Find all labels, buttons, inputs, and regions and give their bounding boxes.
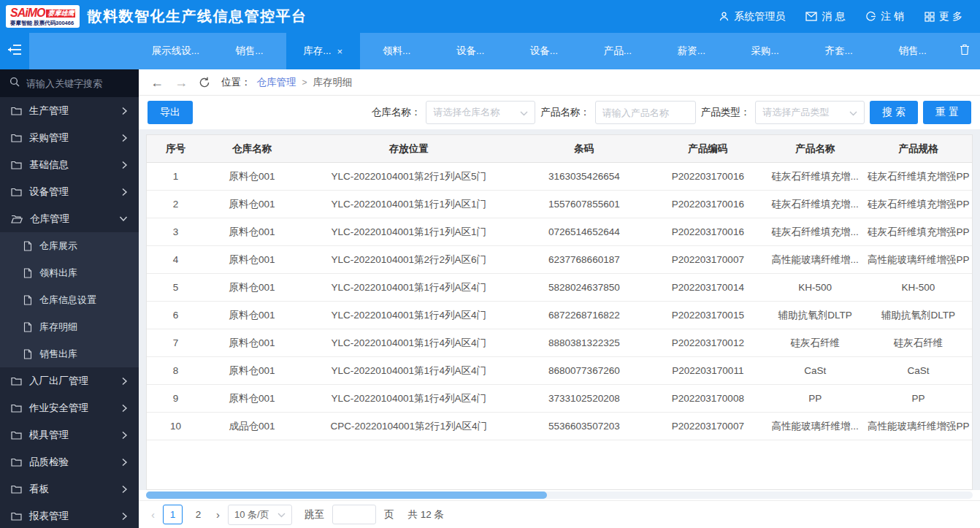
sidebar-item-1[interactable]: 采购管理 [0, 124, 139, 151]
table-row[interactable]: 6原料仓001YLC-20220104001第1行4列A区4门687226871… [147, 302, 972, 329]
table-row[interactable]: 5原料仓001YLC-20220104001第1行4列A区4门582802463… [147, 274, 972, 302]
refresh-icon[interactable] [199, 77, 210, 88]
warehouse-name-select[interactable]: 请选择仓库名称 [426, 101, 535, 124]
sidebar-subitem-4[interactable]: 销售出库 [0, 340, 139, 367]
table-row[interactable]: 3原料仓001YLC-20220104001第1行1列A区1门072651465… [147, 218, 972, 246]
logout-button[interactable]: 注 销 [865, 10, 904, 23]
export-button[interactable]: 导出 [148, 101, 193, 124]
tab-6[interactable]: 产品... [581, 33, 654, 69]
sidebar-item-2[interactable]: 基础信息 [0, 151, 139, 178]
scrollbar-track[interactable] [146, 491, 973, 499]
tab-label: 展示线设... [152, 45, 199, 58]
table-cell: P202203170016 [650, 226, 765, 237]
sidebar-subitem-3[interactable]: 库存明细 [0, 313, 139, 340]
sidebar-item-8[interactable]: 品质检验 [0, 448, 139, 475]
table-row[interactable]: 10成品仓001CPC-20220104001第2行1列A区4门55366035… [147, 413, 972, 440]
breadcrumb-bar: ← → 位置： 仓库管理 > 库存明细 [139, 69, 980, 96]
tab-close-icon[interactable]: × [337, 46, 343, 57]
breadcrumb-parent-link[interactable]: 仓库管理 [257, 76, 296, 89]
folder-open-icon [11, 215, 23, 223]
tab-5[interactable]: 设备... [508, 33, 581, 69]
sidebar-item-7[interactable]: 模具管理 [0, 421, 139, 448]
header-actions: 系统管理员 消 息 注 销 更 多 [719, 10, 980, 23]
column-header: 存放位置 [299, 142, 518, 156]
table-cell: P202203170015 [650, 310, 765, 321]
table-cell: 1 [147, 171, 204, 182]
table-row[interactable]: 8原料仓001YLC-20220104001第1行4列A区4门868007736… [147, 357, 972, 385]
sidebar-subitem-label: 销售出库 [39, 348, 77, 361]
folder-icon [11, 377, 22, 386]
chevron-right-icon [121, 107, 128, 115]
chevron-down-icon [119, 215, 128, 222]
sidebar-item-label: 模具管理 [29, 429, 69, 442]
table-cell: 高性能玻璃纤维增强PP [865, 253, 972, 267]
page-number-2[interactable]: 2 [188, 505, 208, 524]
pagination-bar: ‹ 12 › 10 条/页 跳至 页 共 12 条 [139, 500, 980, 528]
product-name-input[interactable] [595, 101, 696, 124]
back-icon[interactable]: ← [150, 76, 164, 89]
close-all-tabs-button[interactable] [949, 33, 980, 69]
table-cell: 辅助抗氧剂DLTP [865, 309, 972, 322]
tab-10[interactable]: 销售... [876, 33, 949, 69]
folder-icon [11, 512, 22, 521]
page-number-1[interactable]: 1 [163, 505, 183, 524]
logo-brand-text: 赛摩雄鹰 [46, 9, 75, 18]
sidebar-item-label: 基础信息 [29, 158, 69, 172]
sidebar-item-3[interactable]: 设备管理 [0, 178, 139, 205]
tab-0[interactable]: 展示线设... [139, 33, 213, 69]
table-cell: KH-500 [765, 282, 865, 293]
tab-label: 销售... [898, 45, 926, 58]
sidebar-subitem-1[interactable]: 领料出库 [0, 259, 139, 286]
reset-button[interactable]: 重 置 [923, 101, 971, 124]
product-name-label: 产品名称： [540, 106, 590, 119]
tab-3[interactable]: 领料... [360, 33, 434, 69]
table-cell: P202203170008 [650, 393, 765, 404]
sidebar-item-9[interactable]: 看板 [0, 475, 139, 502]
tab-label: 薪资... [678, 45, 705, 58]
table-cell: 硅灰石纤维填充增... [765, 198, 865, 211]
doc-icon [23, 349, 32, 359]
search-input[interactable] [26, 78, 123, 89]
tab-7[interactable]: 薪资... [654, 33, 728, 69]
tab-1[interactable]: 销售... [213, 33, 286, 69]
user-menu[interactable]: 系统管理员 [719, 10, 785, 23]
next-page-button[interactable]: › [216, 509, 220, 520]
horizontal-scrollbar [139, 490, 980, 500]
table-row[interactable]: 9原料仓001YLC-20220104001第1行4列A区4门373310252… [147, 385, 972, 413]
sidebar-subitem-0[interactable]: 仓库展示 [0, 232, 139, 259]
sidebar-item-10[interactable]: 报表管理 [0, 502, 139, 528]
scrollbar-thumb[interactable] [146, 491, 547, 499]
table-cell: 硅灰石纤维填充增... [765, 170, 865, 183]
chevron-right-icon [121, 512, 128, 521]
sidebar-item-6[interactable]: 作业安全管理 [0, 394, 139, 421]
product-type-select[interactable]: 请选择产品类型 [755, 101, 865, 124]
tab-9[interactable]: 齐套... [802, 33, 876, 69]
sidebar-item-0[interactable]: 生产管理 [0, 97, 139, 124]
tab-4[interactable]: 设备... [434, 33, 508, 69]
company-logo: SAiMO 赛摩雄鹰 赛摩智能 股票代码300466 [6, 5, 80, 28]
sidebar-item-5[interactable]: 入厂出厂管理 [0, 367, 139, 394]
prev-page-button[interactable]: ‹ [151, 509, 155, 520]
jump-page-input[interactable] [332, 505, 376, 524]
table-row[interactable]: 7原料仓001YLC-20220104001第1行4列A区4门888038132… [147, 329, 972, 357]
table-cell: 硅灰石纤维填充增强PP [865, 170, 972, 183]
page-size-select[interactable]: 10 条/页 [228, 505, 292, 525]
table-row[interactable]: 2原料仓001YLC-20220104001第1行1列A区1门155760785… [147, 191, 972, 218]
tab-list: 展示线设...销售...库存...×领料...设备...设备...产品...薪资… [139, 33, 949, 69]
table-row[interactable]: 1原料仓001YLC-20220104001第2行1列A区5门316303542… [147, 163, 972, 191]
top-header: SAiMO 赛摩雄鹰 赛摩智能 股票代码300466 散料数智化生产线信息管控平… [0, 0, 980, 33]
tab-2[interactable]: 库存...× [286, 33, 360, 69]
tab-8[interactable]: 采购... [728, 33, 802, 69]
more-button[interactable]: 更 多 [925, 10, 962, 23]
messages-button[interactable]: 消 息 [805, 10, 845, 23]
forward-icon[interactable]: → [175, 76, 188, 89]
doc-icon [23, 322, 32, 332]
total-count-label: 共 12 条 [408, 508, 445, 521]
doc-icon [23, 241, 32, 251]
collapse-sidebar-button[interactable] [0, 33, 29, 69]
search-button[interactable]: 搜 索 [870, 101, 918, 124]
sidebar-subitem-2[interactable]: 仓库信息设置 [0, 286, 139, 313]
user-icon [719, 11, 730, 22]
table-row[interactable]: 4原料仓001YLC-20220104001第2行2列A区6门623776866… [147, 246, 972, 274]
sidebar-item-4[interactable]: 仓库管理 [0, 205, 139, 232]
